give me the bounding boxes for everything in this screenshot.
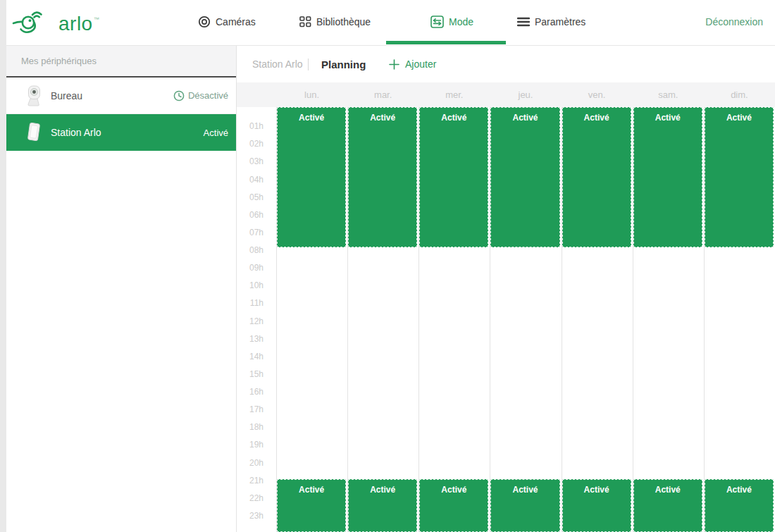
day-label-ven: ven.	[562, 89, 633, 100]
hour-label-03h: 03h	[237, 156, 264, 166]
day-label-mar: mar.	[347, 89, 418, 100]
device-status: Désactivé	[173, 90, 228, 101]
block-status-label: Activé	[420, 113, 488, 123]
day-label-lun: lun.	[276, 89, 347, 100]
day-label-mer: mer.	[418, 89, 490, 100]
nav-item-cameras[interactable]: Caméras	[198, 0, 256, 43]
block-status-label: Activé	[705, 485, 773, 495]
schedule-block-sam-21h-24h[interactable]: Activé	[633, 479, 702, 532]
hour-label-08h: 08h	[237, 245, 264, 255]
block-status-label: Activé	[563, 113, 631, 123]
schedule-block-mar-0h-8h[interactable]: Activé	[348, 107, 417, 247]
hour-label-13h: 13h	[237, 334, 264, 344]
add-mode-button[interactable]: Ajouter	[389, 46, 436, 82]
hour-label-12h: 12h	[237, 316, 264, 326]
device-status-text: Activé	[204, 128, 228, 138]
camera-lens-icon	[198, 16, 211, 28]
nav-label-library: Bibliothèque	[316, 16, 371, 27]
schedule-block-dim-0h-8h[interactable]: Activé	[705, 107, 774, 247]
base-station-icon	[23, 121, 44, 144]
hour-label-04h: 04h	[237, 175, 264, 185]
hour-label-01h: 01h	[237, 121, 264, 131]
block-status-label: Activé	[705, 113, 773, 123]
hour-label-21h: 21h	[237, 476, 264, 485]
schedule-block-mar-21h-24h[interactable]: Activé	[348, 479, 417, 532]
device-status-text: Désactivé	[188, 90, 228, 101]
hour-label-16h: 16h	[237, 387, 264, 397]
plus-icon	[389, 59, 399, 70]
day-label-dim: dim.	[704, 89, 775, 100]
hour-label-19h: 19h	[237, 440, 264, 450]
schedule-block-ven-21h-24h[interactable]: Activé	[562, 479, 631, 532]
hour-label-05h: 05h	[237, 192, 264, 202]
device-status: Activé	[204, 128, 228, 138]
hamburger-icon	[517, 17, 530, 27]
device-row-station-arlo[interactable]: Station Arlo Activé	[6, 114, 236, 151]
block-status-label: Activé	[634, 485, 702, 495]
schedule-block-lun-21h-24h[interactable]: Activé	[277, 479, 346, 532]
add-mode-label: Ajouter	[405, 58, 436, 70]
hour-label-15h: 15h	[237, 369, 264, 379]
schedule-block-mer-0h-8h[interactable]: Activé	[419, 107, 488, 247]
arlo-logo-text: arlo	[58, 13, 93, 35]
hour-label-07h: 07h	[237, 228, 264, 237]
block-status-label: Activé	[349, 485, 416, 495]
clock-icon	[173, 90, 185, 101]
nav-item-mode[interactable]: Mode	[430, 0, 473, 43]
hour-label-09h: 09h	[237, 263, 264, 273]
arlo-logo[interactable]: arlo ™	[12, 8, 99, 40]
active-nav-underline	[386, 41, 506, 44]
grid-icon	[299, 16, 311, 27]
hour-label-10h: 10h	[237, 280, 264, 290]
device-name: Station Arlo	[51, 127, 204, 138]
hour-label-23h: 23h	[237, 511, 264, 521]
day-header-row: lun.mar.mer.jeu.ven.sam.dim.	[237, 82, 775, 107]
schedule-block-jeu-0h-8h[interactable]: Activé	[490, 107, 559, 247]
mode-sliders-icon	[430, 16, 444, 28]
logout-link[interactable]: Déconnexion	[705, 0, 763, 43]
schedule-block-dim-21h-24h[interactable]: Activé	[705, 479, 774, 532]
sidebar-header: Mes périphériques	[6, 46, 236, 78]
device-row-bureau[interactable]: Bureau Désactivé	[6, 78, 236, 114]
hour-label-22h: 22h	[237, 493, 264, 503]
hour-label-17h: 17h	[237, 404, 264, 414]
block-status-label: Activé	[278, 485, 345, 495]
day-label-jeu: jeu.	[490, 89, 561, 100]
main-content: Station Arlo Planning Ajouter lun.mar.me…	[237, 46, 775, 532]
day-label-sam: sam.	[633, 89, 704, 100]
schedule-grid: 01h02h03h04h05h06h07h08h09h10h11h12h13h1…	[237, 107, 775, 532]
app-window: arlo ™ Caméras	[6, 0, 775, 532]
hour-label-14h: 14h	[237, 352, 264, 361]
schedule-block-ven-0h-8h[interactable]: Activé	[562, 107, 631, 247]
tab-divider	[308, 58, 309, 70]
block-status-label: Activé	[491, 485, 559, 495]
camera-device-icon	[23, 85, 44, 107]
devices-sidebar: Mes périphériques Bureau Désactivé	[6, 46, 237, 532]
block-status-label: Activé	[420, 485, 488, 495]
nav-label-mode: Mode	[449, 16, 473, 27]
schedule-block-jeu-21h-24h[interactable]: Activé	[490, 479, 559, 532]
hour-label-18h: 18h	[237, 422, 264, 432]
hour-label-06h: 06h	[237, 210, 264, 220]
hour-label-11h: 11h	[237, 298, 264, 308]
block-status-label: Activé	[278, 113, 345, 123]
block-status-label: Activé	[563, 485, 631, 495]
trademark-symbol: ™	[94, 16, 99, 23]
top-navigation: arlo ™ Caméras	[6, 0, 775, 46]
schedule-block-lun-0h-8h[interactable]: Activé	[277, 107, 346, 247]
nav-label-cameras: Caméras	[216, 16, 256, 27]
nav-item-settings[interactable]: Paramètres	[517, 0, 585, 43]
hour-label-20h: 20h	[237, 458, 264, 468]
block-status-label: Activé	[349, 113, 416, 123]
schedule-block-sam-0h-8h[interactable]: Activé	[633, 107, 702, 247]
nav-item-library[interactable]: Bibliothèque	[299, 0, 371, 43]
device-name: Bureau	[51, 90, 173, 101]
mode-tabbar: Station Arlo Planning Ajouter	[237, 46, 775, 82]
arlo-bird-icon	[12, 8, 57, 40]
tab-planning[interactable]: Planning	[321, 46, 366, 82]
schedule-block-mer-21h-24h[interactable]: Activé	[419, 479, 488, 532]
nav-label-settings: Paramètres	[535, 16, 585, 27]
block-status-label: Activé	[491, 113, 559, 123]
hour-label-02h: 02h	[237, 139, 264, 149]
tab-station-arlo[interactable]: Station Arlo	[252, 46, 303, 82]
